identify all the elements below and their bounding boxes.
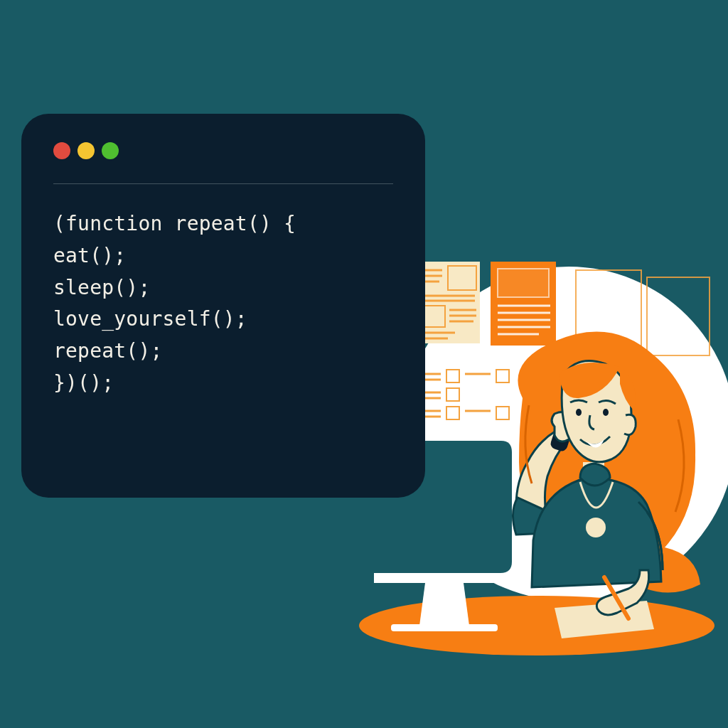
code-line: love_yourself(); [53,307,247,331]
code-line: eat(); [53,244,126,267]
svg-rect-17 [498,269,549,297]
zoom-dot-icon [102,142,119,159]
code-line: })(); [53,371,114,395]
close-dot-icon [53,142,70,159]
svg-point-41 [603,409,609,416]
svg-point-40 [576,409,582,416]
poster-cream-icon [416,262,480,343]
minimize-dot-icon [77,142,95,159]
window-traffic-lights [53,142,393,159]
svg-rect-38 [391,624,498,631]
poster-orange-icon [491,262,556,346]
code-line: sleep(); [53,276,150,299]
code-block: (function repeat() { eat(); sleep(); lov… [53,208,393,400]
svg-rect-37 [374,573,513,583]
code-line: (function repeat() { [53,212,296,235]
svg-point-39 [586,518,606,537]
code-editor-window: (function repeat() { eat(); sleep(); lov… [21,114,425,498]
code-line: repeat(); [53,339,163,363]
divider [53,183,393,184]
